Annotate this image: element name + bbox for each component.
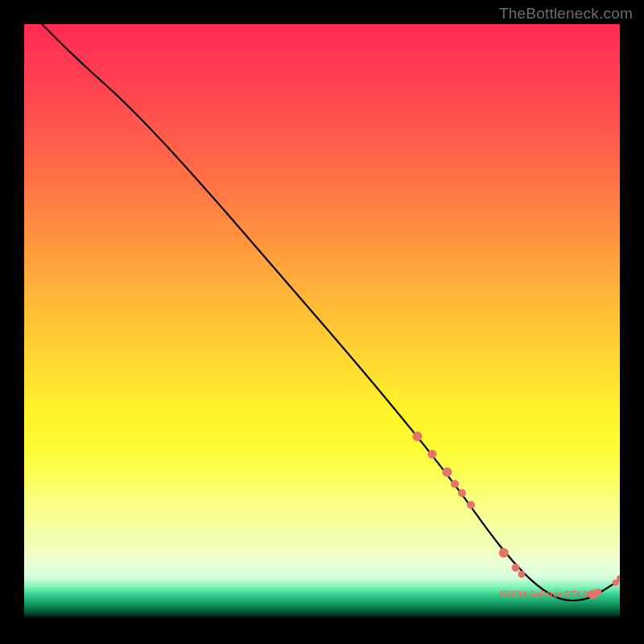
chart-stage: TheBottleneck.com NVIDIA GeForce GTX 860 bbox=[0, 0, 644, 644]
curve-marker bbox=[512, 564, 520, 572]
curve-marker bbox=[617, 576, 620, 582]
curve-marker bbox=[458, 489, 466, 497]
curve-marker bbox=[518, 571, 525, 578]
series-label: NVIDIA GeForce GTX 860 bbox=[500, 590, 597, 599]
curve-marker bbox=[594, 588, 601, 596]
curve-marker bbox=[467, 501, 475, 509]
curve-marker bbox=[412, 431, 422, 441]
curve-marker bbox=[499, 548, 509, 558]
curve-markers bbox=[412, 431, 620, 600]
watermark-text: TheBottleneck.com bbox=[499, 5, 633, 23]
curve-marker bbox=[613, 580, 619, 586]
curve-marker bbox=[442, 468, 452, 477]
bottleneck-curve bbox=[42, 24, 620, 601]
plot-area: NVIDIA GeForce GTX 860 bbox=[24, 24, 620, 621]
curve-marker bbox=[427, 450, 436, 459]
curve-marker bbox=[451, 480, 459, 488]
curve-marker bbox=[588, 590, 598, 600]
curve-svg: NVIDIA GeForce GTX 860 bbox=[24, 24, 620, 621]
